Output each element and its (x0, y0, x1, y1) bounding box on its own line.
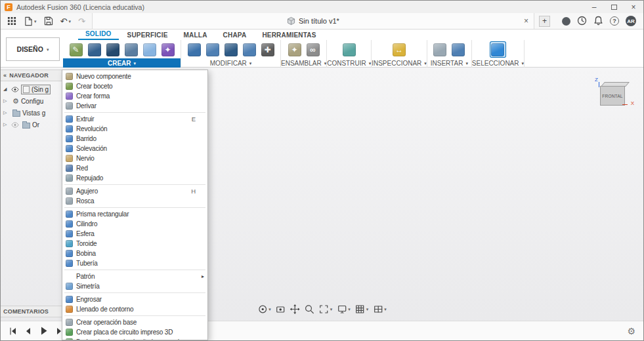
pan-button[interactable] (290, 304, 300, 314)
timeline-begin-button[interactable] (9, 327, 18, 336)
timeline-play-button[interactable] (39, 326, 49, 336)
zoom-button[interactable] (305, 304, 314, 314)
menu-item[interactable]: Crear forma (62, 91, 207, 101)
display-settings-button[interactable]: ▾ (337, 304, 351, 314)
menu-item[interactable]: Solevación (62, 144, 207, 153)
shell-tool[interactable] (223, 41, 239, 58)
menu-item[interactable]: Tubería (62, 258, 207, 268)
close-button[interactable]: × (624, 1, 643, 13)
move-copy-tool[interactable]: ✚ (259, 41, 276, 58)
new-tab-button[interactable]: + (539, 16, 550, 27)
viewports-button[interactable]: ▾ (373, 304, 387, 314)
menu-item[interactable]: Engrosar (62, 294, 207, 304)
close-tab-button[interactable]: × (524, 13, 528, 29)
menu-item[interactable]: Nervio (62, 153, 207, 163)
document-tab[interactable]: Sin título v1* × (92, 13, 534, 29)
ribbon-tab[interactable]: HERRAMIENTAS (255, 31, 323, 40)
canvas-image-tool[interactable] (450, 41, 467, 58)
ribbon-tab[interactable]: SOLIDO (78, 30, 119, 40)
measure-tool[interactable]: ↔ (391, 41, 407, 58)
menu-item[interactable]: Barrido (62, 134, 207, 144)
menu-item[interactable]: Crear placa de circuito impreso 3D (62, 327, 207, 337)
comments-header[interactable]: COMENTARIOS (1, 306, 62, 317)
menu-item[interactable]: Bobina (62, 249, 207, 258)
press-pull-tool[interactable] (186, 41, 202, 58)
sketch-dimension-tool[interactable] (141, 41, 158, 58)
menu-item[interactable]: Prisma rectangular (62, 209, 207, 219)
navigator-item[interactable]: ▷ Vistas g (1, 108, 62, 118)
extrude-tool[interactable] (86, 41, 102, 58)
viewcube-front-face[interactable]: FRONTAL (600, 86, 625, 106)
job-status-button[interactable] (577, 16, 587, 27)
menu-item[interactable]: Simetría (62, 281, 207, 291)
menu-item[interactable]: Rosca (62, 196, 207, 206)
menu-item[interactable]: Derivar (62, 101, 207, 111)
grid-snaps-button[interactable]: ▾ (355, 304, 369, 314)
crear-menu-button[interactable]: CREAR ▾ (63, 58, 181, 68)
select-tool[interactable] (490, 41, 506, 58)
menu-item[interactable]: Extruir E (62, 114, 207, 124)
minimize-button[interactable]: – (584, 1, 604, 13)
redo-button[interactable]: ↷ (78, 17, 85, 26)
revolve-tool[interactable] (104, 41, 121, 58)
construct-plane-tool[interactable] (341, 41, 357, 58)
notifications-button[interactable] (593, 16, 603, 27)
construir-menu-button[interactable]: CONSTRUIR ▾ (327, 58, 371, 68)
combine-tool[interactable] (241, 41, 257, 58)
new-component-tool[interactable]: ✦ (286, 41, 303, 58)
menu-item[interactable]: Crear operación base (62, 317, 207, 327)
menu-item[interactable]: Cilindro (62, 219, 207, 229)
workspace-selector-button[interactable]: DISEÑO ▾ (6, 37, 60, 61)
expand-arrow-icon[interactable]: ▷ (3, 110, 9, 115)
menu-item[interactable]: Nuevo componente (62, 71, 207, 81)
maximize-button[interactable] (604, 1, 624, 13)
timeline-step-back-button[interactable] (24, 327, 33, 336)
navigator-item[interactable]: ▷ ⚙ Configu (1, 96, 62, 106)
seleccionar-menu-button[interactable]: SELECCIONAR ▾ (472, 58, 524, 68)
insert-derive-tool[interactable] (432, 41, 448, 58)
inspeccionar-menu-button[interactable]: INSPECCIONAR ▾ (372, 58, 427, 68)
save-button[interactable] (44, 16, 53, 26)
visibility-eye-icon[interactable] (11, 122, 19, 128)
viewcube[interactable]: Z FRONTAL X (593, 78, 633, 111)
user-avatar[interactable]: AR (626, 16, 636, 26)
orbit-button[interactable]: ▾ (257, 304, 271, 314)
fit-button[interactable]: ▾ (319, 304, 333, 314)
modificar-menu-button[interactable]: MODIFICAR ▾ (181, 58, 280, 68)
navigator-item[interactable]: ▷ Or (1, 119, 62, 130)
expand-arrow-icon[interactable]: ◢ (3, 87, 9, 92)
menu-item[interactable]: Red (62, 163, 207, 173)
ribbon-tab[interactable]: CHAPA (216, 31, 254, 40)
fillet-tool[interactable] (204, 41, 221, 58)
ribbon-tab[interactable]: SUPERFICIE (120, 31, 175, 40)
file-menu-button[interactable]: ▾ (24, 16, 37, 26)
menu-item[interactable]: Toroide (62, 239, 207, 249)
undo-button[interactable]: ↶ ▾ (60, 17, 71, 26)
menu-item[interactable]: Llenado de contorno (62, 304, 207, 314)
menu-item[interactable]: Esfera (62, 229, 207, 239)
ribbon-tab[interactable]: MALLA (177, 31, 215, 40)
status-icon[interactable] (562, 17, 570, 26)
navigator-item[interactable]: ◢ (Sin g (1, 84, 62, 94)
create-form-tool[interactable]: ✦ (160, 41, 176, 58)
menu-item[interactable]: Patrón (62, 271, 207, 281)
menu-item[interactable]: Revolución (62, 124, 207, 134)
visibility-eye-icon[interactable] (11, 87, 19, 92)
settings-gear-button[interactable]: ⚙ (627, 327, 635, 336)
create-sketch-tool[interactable]: ✎ (68, 41, 84, 58)
canvas[interactable]: « NAVEGADOR ◢ (Sin g (1, 68, 643, 340)
menu-item[interactable]: Agujero H (62, 186, 207, 196)
sweep-tool[interactable] (123, 41, 139, 58)
data-panel-button[interactable] (7, 16, 16, 26)
help-icon[interactable]: ? (610, 16, 619, 26)
navigator-header[interactable]: « NAVEGADOR (1, 70, 62, 81)
menu-item[interactable]: Derivar la placa de circuito impreso des… (62, 337, 207, 340)
menu-item[interactable]: Crear boceto (62, 81, 207, 91)
expand-arrow-icon[interactable]: ▷ (3, 122, 9, 127)
insertar-menu-button[interactable]: INSERTAR ▾ (427, 58, 471, 68)
look-at-button[interactable] (276, 304, 286, 314)
ensamblar-menu-button[interactable]: ENSAMBLAR ▾ (281, 58, 326, 68)
expand-arrow-icon[interactable]: ▷ (3, 98, 9, 104)
menu-item[interactable]: Repujado (62, 173, 207, 183)
joint-tool[interactable]: ∞ (305, 41, 321, 58)
